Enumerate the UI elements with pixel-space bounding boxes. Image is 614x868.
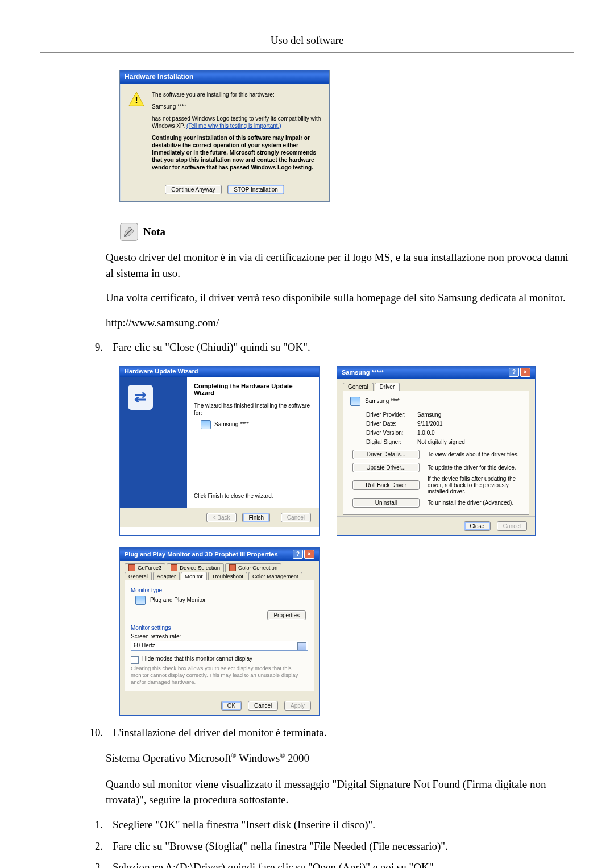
- pnp-monitor-properties-dialog: Plug and Play Monitor and 3D Prophet III…: [119, 547, 320, 716]
- tell-me-why-link[interactable]: (Tell me why this testing is important.): [186, 123, 281, 129]
- device-row: Samsung ****: [350, 397, 522, 406]
- window-controls: ? ×: [293, 550, 314, 559]
- page-header: Uso del software: [40, 34, 574, 47]
- hide-modes-label: Hide modes that this monitor cannot disp…: [142, 655, 252, 662]
- provider-value: Samsung: [417, 412, 522, 418]
- monitor-type-row: Plug and Play Monitor: [135, 596, 308, 605]
- properties-button[interactable]: Properties: [267, 610, 306, 620]
- driver-details-button[interactable]: Driver Details...: [352, 450, 420, 459]
- monitor-icon: [135, 596, 146, 605]
- hide-modes-description: Clearing this check box allows you to se…: [131, 665, 308, 686]
- os-line: Sistema Operativo Microsoft® Windows® 20…: [106, 750, 574, 766]
- close-button[interactable]: Close: [464, 521, 491, 531]
- wizard-heading: Completing the Hardware Update Wizard: [194, 383, 312, 396]
- continue-anyway-button[interactable]: Continue Anyway: [165, 185, 221, 194]
- wizard-footer: < Back Finish Cancel: [120, 508, 319, 527]
- monitor-icon: [201, 420, 211, 429]
- apply-button: Apply: [284, 701, 311, 711]
- registered-icon: ®: [231, 751, 237, 759]
- ok-button[interactable]: OK: [221, 701, 242, 711]
- content-column: Hardware Installation ! The software you…: [119, 70, 574, 242]
- tab-general[interactable]: General: [125, 572, 152, 580]
- tab-troubleshoot[interactable]: Troubleshoot: [208, 572, 247, 580]
- dialog-body-text: The software you are installing for this…: [152, 91, 321, 176]
- dialog-body: GeForce3 Device Selection Color Correcti…: [120, 561, 319, 696]
- list-a: Scegliere "OK" nella finestra "Insert di…: [106, 817, 574, 868]
- dialog-title: Plug and Play Monitor and 3D Prophet III…: [125, 551, 278, 558]
- tab-panel-driver: Samsung **** Driver Provider: Samsung Dr…: [343, 391, 529, 515]
- device-name: Samsung ****: [152, 103, 321, 110]
- rollback-driver-button[interactable]: Roll Back Driver: [352, 480, 420, 490]
- provider-label: Driver Provider:: [366, 412, 417, 418]
- tab-driver[interactable]: Driver: [375, 383, 400, 391]
- wizard-line1: The wizard has finished installing the s…: [194, 402, 312, 417]
- tab-color-management[interactable]: Color Management: [248, 572, 302, 580]
- window-controls: ? ×: [509, 368, 530, 377]
- header-rule: [40, 52, 574, 53]
- driver-details-desc: To view details about the driver files.: [428, 451, 522, 458]
- back-button: < Back: [206, 513, 237, 522]
- svg-text:!: !: [135, 95, 138, 106]
- dialog-body: General Driver Samsung **** Driver Provi…: [337, 379, 535, 516]
- nota-heading: Nota: [119, 222, 574, 242]
- stop-installation-button[interactable]: STOP Installation: [227, 185, 284, 194]
- step-list-10: L'installazione del driver del monitor è…: [106, 725, 574, 741]
- hide-modes-checkbox[interactable]: [131, 656, 139, 664]
- wizard-sidebar: ⇄: [120, 377, 187, 508]
- dialog-footer: Close Cancel: [337, 516, 535, 535]
- list-a-item-1: Scegliere "OK" nella finestra "Insert di…: [106, 817, 574, 833]
- tab-device-selection[interactable]: Device Selection: [167, 563, 224, 572]
- cancel-button[interactable]: Cancel: [248, 701, 278, 711]
- dsnf-paragraph: Quando sul monitor viene visualizzato il…: [106, 776, 574, 808]
- wizard-arrows-icon: ⇄: [128, 385, 153, 410]
- date-label: Driver Date:: [366, 421, 417, 427]
- close-icon[interactable]: ×: [304, 550, 314, 559]
- update-driver-desc: To update the driver for this device.: [428, 464, 522, 471]
- step-9: Fare clic su "Close (Chiudi)" quindi su …: [106, 339, 574, 355]
- wizard-main: Completing the Hardware Update Wizard Th…: [187, 377, 319, 508]
- signer-value: Not digitally signed: [417, 439, 522, 445]
- help-icon[interactable]: ?: [509, 368, 519, 377]
- dialog-title: Samsung *****: [342, 369, 384, 376]
- monitor-icon: [350, 397, 360, 406]
- cancel-button: Cancel: [497, 521, 527, 531]
- tabs-row-1: GeForce3 Device Selection Color Correcti…: [125, 563, 314, 572]
- tab-adapter[interactable]: Adapter: [153, 572, 180, 580]
- body-text-block: Questo driver del monitor è in via di ce…: [106, 250, 574, 330]
- uninstall-button[interactable]: Uninstall: [352, 498, 420, 508]
- nvidia-icon: [128, 564, 135, 571]
- monitor-type-group: Monitor type: [131, 587, 308, 593]
- device-name: Samsung ****: [365, 398, 400, 404]
- dialog-buttons: Continue Anyway STOP Installation: [120, 181, 329, 201]
- step-list-9: Fare clic su "Close (Chiudi)" quindi su …: [106, 339, 574, 355]
- hardware-update-wizard-dialog: Hardware Update Wizard ⇄ Completing the …: [119, 366, 320, 536]
- list-a-item-3: Selezionare A:(D:\Driver) quindi fare cl…: [106, 859, 574, 868]
- dialog-footer: OK Cancel Apply: [120, 696, 319, 715]
- version-value: 1.0.0.0: [417, 430, 522, 436]
- finish-button[interactable]: Finish: [242, 513, 270, 522]
- close-icon[interactable]: ×: [520, 368, 530, 377]
- tabs: General Driver: [343, 383, 529, 391]
- tab-color-correction[interactable]: Color Correction: [225, 563, 281, 572]
- wizard-device: Samsung ****: [214, 421, 249, 427]
- registered-icon: ®: [280, 751, 285, 759]
- warning-icon: !: [128, 91, 145, 108]
- tab-geforce3[interactable]: GeForce3: [125, 563, 165, 572]
- tab-general[interactable]: General: [343, 383, 374, 391]
- dialog-title: Hardware Installation: [120, 70, 329, 84]
- refresh-rate-combobox[interactable]: 60 Hertz ▾: [131, 641, 308, 651]
- driver-info-grid: Driver Provider: Samsung Driver Date: 9/…: [366, 412, 522, 445]
- rollback-driver-desc: If the device fails after updating the d…: [428, 476, 522, 495]
- chevron-down-icon: ▾: [302, 643, 305, 649]
- note-icon: [119, 222, 139, 242]
- tabs-row-2: General Adapter Monitor Troubleshoot Col…: [125, 572, 314, 580]
- step-10: L'installazione del driver del monitor è…: [106, 725, 574, 741]
- dialog-title-bar: Plug and Play Monitor and 3D Prophet III…: [120, 548, 319, 561]
- help-icon[interactable]: ?: [293, 550, 303, 559]
- cancel-button: Cancel: [281, 513, 311, 522]
- nvidia-icon: [171, 564, 177, 571]
- nota-p1: Questo driver del monitor è in via di ce…: [106, 250, 574, 281]
- update-driver-button[interactable]: Update Driver...: [352, 463, 420, 472]
- tab-monitor[interactable]: Monitor: [181, 572, 207, 580]
- list-a-item-2: Fare clic su "Browse (Sfoglia(" nella fi…: [106, 838, 574, 854]
